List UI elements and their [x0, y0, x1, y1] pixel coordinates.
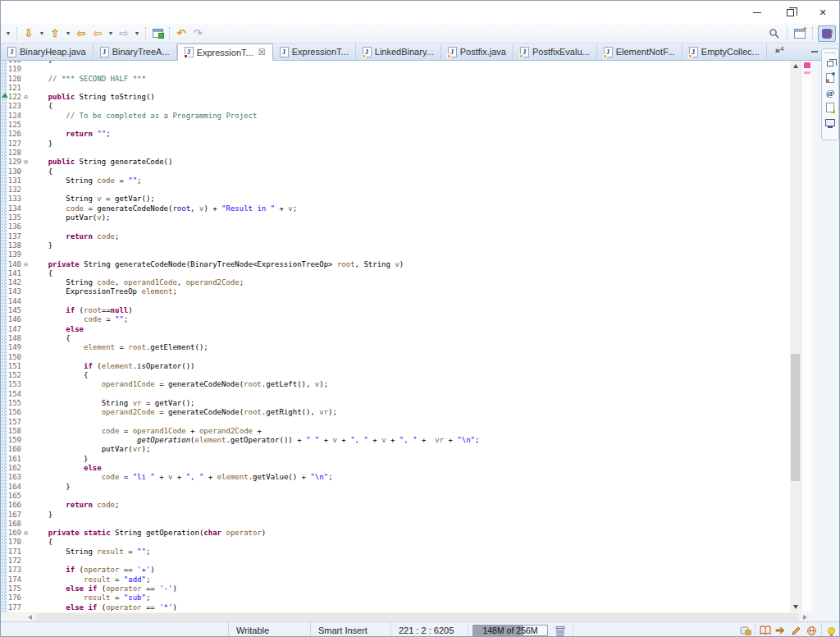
- forward-icon[interactable]: ⇨: [116, 25, 131, 42]
- javadoc-view-icon[interactable]: @: [824, 87, 837, 99]
- tab-linkedbinary-[interactable]: JLinkedBinary...: [356, 44, 441, 60]
- code-text: {: [30, 371, 88, 380]
- window-minimize-button[interactable]: [741, 1, 774, 24]
- vertical-scrollbar[interactable]: [790, 61, 801, 612]
- horizontal-scrollbar-thumb[interactable]: [36, 613, 799, 621]
- console-view-icon[interactable]: [824, 117, 837, 128]
- tab-binaryheap-java[interactable]: JBinaryHeap.java: [1, 44, 94, 60]
- fold-column: [21, 445, 30, 454]
- line-number: 152: [2, 371, 21, 380]
- redo-icon[interactable]: ↷: [190, 25, 205, 42]
- tab-expressiont-[interactable]: JExpressionT...☒: [177, 44, 273, 61]
- run-garbage-collector-button[interactable]: [554, 625, 567, 637]
- minimize-icon: [753, 12, 761, 13]
- code-line: 169⊖ private static String getOperation(…: [2, 529, 790, 538]
- window-restore-button[interactable]: [774, 1, 806, 24]
- toolbar-separator: [145, 27, 146, 40]
- window-close-button[interactable]: ✕: [806, 1, 839, 24]
- java-file-icon: J: [100, 47, 109, 57]
- drag-handle-icon[interactable]: •••••: [824, 51, 837, 54]
- fold-collapse-icon[interactable]: ⊖: [21, 158, 30, 167]
- scroll-up-arrow[interactable]: [790, 61, 801, 71]
- previous-annotation-caret[interactable]: ▼: [64, 25, 72, 42]
- previous-annotation-icon[interactable]: ⇧: [48, 25, 62, 42]
- java-file-icon: J: [689, 47, 698, 57]
- restore-views-icon[interactable]: [824, 57, 837, 69]
- line-number: 122: [2, 93, 21, 102]
- line-number: 157: [2, 418, 21, 427]
- back-icon[interactable]: ⇦: [90, 25, 105, 42]
- toolbar-overflow-caret[interactable]: ▼: [4, 25, 12, 42]
- tab-label: EmptyCollec...: [701, 47, 760, 57]
- code-pane[interactable]: 118 }119120 // *** SECOND HALF ***121122…: [2, 61, 790, 612]
- search-icon[interactable]: [767, 25, 782, 42]
- next-annotation-caret[interactable]: ▼: [38, 25, 46, 42]
- open-editor-window-icon[interactable]: [150, 25, 165, 42]
- scroll-down-arrow[interactable]: [790, 602, 801, 612]
- code-text: code = generateCodeNode(root, v) + "Resu…: [30, 204, 297, 213]
- fold-column: [21, 186, 30, 195]
- code-line: 137 return code;: [2, 232, 790, 241]
- lightbulb-icon[interactable]: [825, 625, 838, 637]
- tab-close-icon[interactable]: ☒: [258, 48, 266, 57]
- code-line: 159 getOperation(element.getOperator()) …: [2, 436, 790, 445]
- overview-annotation-marker[interactable]: [804, 71, 810, 74]
- code-text: }: [30, 483, 71, 492]
- tab-emptycollec-[interactable]: JEmptyCollec...: [682, 44, 767, 60]
- editor-presentation-icon[interactable]: [739, 625, 751, 637]
- code-text: }: [30, 241, 52, 250]
- overview-ruler[interactable]: [801, 61, 812, 612]
- line-number: 139: [2, 250, 21, 259]
- next-annotation-icon[interactable]: ⇩: [21, 25, 36, 42]
- undo-icon[interactable]: ↶: [174, 25, 189, 42]
- fold-column: [21, 557, 30, 566]
- last-edit-location-icon[interactable]: ⇦: [74, 25, 89, 42]
- code-text: private static String getOperation(char …: [30, 529, 266, 538]
- code-line: 131 String code = "";: [2, 176, 790, 186]
- status-grip: [467, 625, 470, 636]
- tab-expressiont-[interactable]: JExpressionT...: [273, 44, 356, 60]
- fold-collapse-icon[interactable]: ⊖: [21, 93, 30, 102]
- minimize-editor-icon[interactable]: [810, 47, 819, 57]
- tab-elementnotf-[interactable]: JElementNotF...: [597, 44, 682, 60]
- java-perspective-button[interactable]: [818, 25, 836, 42]
- vertical-scrollbar-thumb[interactable]: [791, 354, 800, 481]
- task-list-icon[interactable]: [824, 72, 837, 84]
- book-icon[interactable]: [759, 625, 771, 637]
- scroll-right-arrow[interactable]: [800, 612, 810, 621]
- fold-collapse-icon[interactable]: ⊖: [21, 260, 30, 269]
- fold-column: [21, 492, 30, 501]
- line-number: 154: [2, 390, 21, 399]
- code-editor[interactable]: 118 }119120 // *** SECOND HALF ***121122…: [2, 61, 812, 612]
- code-line: 158 code = operand1Code + operand2Code +: [2, 427, 790, 436]
- code-text: String code, operand1Code, operand2Code;: [30, 278, 244, 287]
- pen-icon[interactable]: [790, 625, 802, 637]
- line-number: 153: [2, 380, 21, 389]
- back-caret[interactable]: ▼: [107, 25, 115, 42]
- tab-postfix-java[interactable]: JPostfix.java: [441, 44, 514, 60]
- tab-binarytreea-[interactable]: JBinaryTreeA...: [94, 44, 177, 60]
- line-number: 167: [2, 511, 21, 520]
- pointing-hand-icon[interactable]: [774, 625, 787, 637]
- line-number: 158: [2, 427, 21, 436]
- declaration-view-icon[interactable]: [824, 102, 837, 113]
- code-line: 122⊖ public String toString(): [2, 93, 790, 102]
- fold-column: [21, 287, 30, 296]
- scroll-left-arrow[interactable]: [25, 612, 35, 621]
- fold-collapse-icon[interactable]: ⊖: [21, 529, 30, 538]
- fold-column: [21, 380, 30, 389]
- horizontal-scrollbar[interactable]: [2, 612, 812, 621]
- tab-overflow-chevron[interactable]: »4: [767, 44, 789, 60]
- fold-column: [21, 390, 30, 399]
- open-perspective-icon[interactable]: [792, 25, 807, 42]
- tab-label: ExpressionT...: [197, 48, 253, 57]
- code-text: // To be completed as a Programming Proj…: [30, 112, 257, 121]
- line-number: 166: [2, 501, 21, 510]
- line-number: 147: [2, 325, 21, 334]
- overview-annotation-marker[interactable]: [804, 62, 810, 68]
- fold-column: [21, 269, 30, 278]
- tab-postfixevalu-[interactable]: JPostfixEvalu...: [514, 44, 597, 60]
- forward-caret[interactable]: ▼: [133, 25, 141, 42]
- web-globe-icon[interactable]: [806, 625, 818, 637]
- fold-column: [21, 511, 30, 520]
